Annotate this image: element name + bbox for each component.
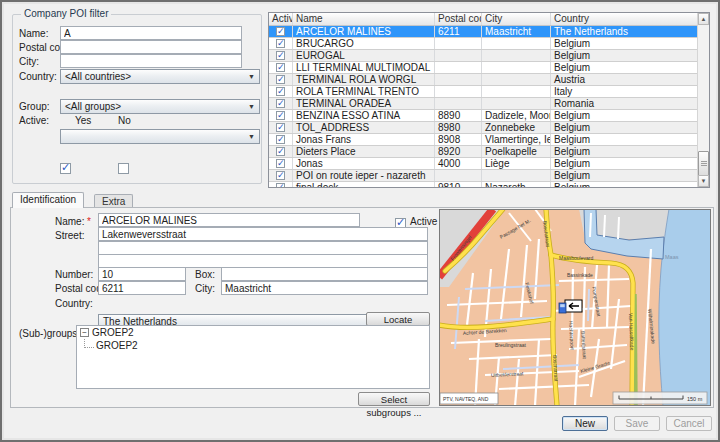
column-header-active[interactable]: Active — [269, 13, 293, 25]
table-row[interactable]: ✓ ARCELOR MALINES 6211 Maastricht The Ne… — [269, 26, 709, 38]
row-active-checkbox[interactable]: ✓ — [276, 135, 285, 144]
filter-active-yes-checkbox[interactable]: ✓ — [60, 163, 71, 174]
form-street-input-3[interactable] — [98, 254, 428, 268]
row-active-checkbox[interactable]: ✓ — [276, 171, 285, 180]
table-row[interactable]: ✓ Dieters Place 8920 Poelkapelle Belgium — [269, 146, 709, 158]
row-postal-cell: 8890 — [435, 110, 482, 121]
row-country-cell: Belgium — [551, 182, 699, 188]
row-city-cell: Vlamertinge, Ieper — [482, 134, 551, 145]
check-icon: ✓ — [277, 146, 285, 157]
filter-city-input[interactable] — [60, 54, 242, 68]
form-box-label: Box: — [195, 269, 215, 280]
map[interactable]: Frontensingel Passage het M. Boschstraat… — [439, 209, 711, 406]
row-postal-cell: 6211 — [435, 26, 482, 37]
row-active-cell: ✓ — [269, 146, 293, 157]
row-active-checkbox[interactable]: ✓ — [276, 51, 285, 60]
table-body: ✓ ARCELOR MALINES 6211 Maastricht The Ne… — [269, 26, 709, 188]
row-active-checkbox[interactable]: ✓ — [276, 27, 285, 36]
tab-extra[interactable]: Extra — [94, 194, 133, 207]
row-postal-cell: 8980 — [435, 122, 482, 133]
row-postal-cell: 4000 — [435, 158, 482, 169]
tree-node-root[interactable]: −GROEP2 — [77, 326, 429, 339]
row-active-checkbox[interactable]: ✓ — [276, 183, 285, 188]
row-city-cell — [482, 62, 551, 73]
row-name-cell: ARCELOR MALINES — [293, 26, 435, 37]
form-box-input[interactable] — [221, 267, 428, 281]
row-active-cell: ✓ — [269, 170, 293, 181]
table-scrollbar[interactable]: ▲ ▼ — [697, 13, 709, 187]
form-number-input[interactable] — [98, 267, 186, 281]
form-name-input[interactable] — [98, 213, 360, 227]
filter-country-select[interactable]: <All countries> ▼ — [60, 69, 260, 84]
row-active-cell: ✓ — [269, 98, 293, 109]
row-active-checkbox[interactable]: ✓ — [276, 147, 285, 156]
row-active-checkbox[interactable]: ✓ — [276, 123, 285, 132]
form-name-label: Name: — [55, 216, 84, 227]
form-street-input-1[interactable] — [98, 227, 428, 241]
filter-groups-select[interactable]: <All groups> ▼ — [60, 99, 260, 114]
tree-node-child[interactable]: GROEP2 — [77, 339, 429, 352]
table-row[interactable]: ✓ TERMINAL ROLA WORGL Austria — [269, 74, 709, 86]
filter-country-value: <All countries> — [65, 71, 131, 82]
map-attribution: PTV, NAVTEQ, AND — [440, 393, 498, 404]
locate-address-button[interactable]: Locate address ... — [366, 312, 430, 326]
row-active-checkbox[interactable]: ✓ — [276, 99, 285, 108]
table-row[interactable]: ✓ BRUCARGO Belgium — [269, 38, 709, 50]
table-row[interactable]: ✓ Jonas Frans 8908 Vlamertinge, Ieper Be… — [269, 134, 709, 146]
scroll-down-icon[interactable]: ▼ — [698, 175, 709, 187]
table-row[interactable]: ✓ final dock 9810 Nazareth Belgium — [269, 182, 709, 188]
new-button[interactable]: New — [562, 416, 608, 431]
filter-groups-value: <All groups> — [65, 101, 121, 112]
row-active-checkbox[interactable]: ✓ — [276, 75, 285, 84]
select-subgroups-button[interactable]: Select subgroups ... — [358, 392, 430, 406]
row-postal-cell: 8920 — [435, 146, 482, 157]
filter-postal-input[interactable] — [60, 40, 242, 54]
row-city-cell — [482, 50, 551, 61]
row-country-cell: Italy — [551, 86, 699, 97]
table-row[interactable]: ✓ Jonas 4000 Liège Belgium — [269, 158, 709, 170]
column-header-name[interactable]: Name — [293, 13, 435, 25]
row-active-checkbox[interactable]: ✓ — [276, 159, 285, 168]
form-city-input[interactable] — [221, 281, 428, 295]
row-active-checkbox[interactable]: ✓ — [276, 111, 285, 120]
row-active-checkbox[interactable]: ✓ — [276, 39, 285, 48]
table-row[interactable]: ✓ EUROGAL Belgium — [269, 50, 709, 62]
row-country-cell: Austria — [551, 74, 699, 85]
column-header-postal[interactable]: Postal code — [435, 13, 482, 25]
table-row[interactable]: ✓ POI on route ieper - nazareth Belgium — [269, 170, 709, 182]
row-active-checkbox[interactable]: ✓ — [276, 87, 285, 96]
table-row[interactable]: ✓ TOL_ADDRESS 8980 Zonnebeke Belgium — [269, 122, 709, 134]
row-postal-cell — [435, 62, 482, 73]
scrollbar-thumb[interactable] — [698, 151, 709, 177]
table-row[interactable]: ✓ TERMINAL ORADEA Romania — [269, 98, 709, 110]
row-city-cell: Dadizele, Moorslede — [482, 110, 551, 121]
row-name-cell: TOL_ADDRESS — [293, 122, 435, 133]
table-row[interactable]: ✓ BENZINA ESSO ATINA 8890 Dadizele, Moor… — [269, 110, 709, 122]
row-active-cell: ✓ — [269, 50, 293, 61]
table-row[interactable]: ✓ LLI TERMINAL MULTIMODAL Belgium — [269, 62, 709, 74]
row-active-cell: ✓ — [269, 182, 293, 188]
save-button[interactable]: Save — [614, 416, 660, 431]
filter-active-no-checkbox[interactable] — [118, 163, 129, 174]
tab-identification[interactable]: Identification — [12, 192, 84, 208]
form-postal-input[interactable] — [98, 281, 186, 295]
column-header-country[interactable]: Country — [551, 13, 699, 25]
form-street-input-2[interactable] — [98, 241, 428, 255]
column-header-city[interactable]: City — [482, 13, 551, 25]
cancel-button[interactable]: Cancel — [666, 416, 712, 431]
row-active-checkbox[interactable]: ✓ — [276, 63, 285, 72]
row-city-cell: Maastricht — [482, 26, 551, 37]
svg-text:PTV, NAVTEQ, AND: PTV, NAVTEQ, AND — [443, 396, 489, 402]
check-icon: ✓ — [61, 161, 70, 174]
row-name-cell: LLI TERMINAL MULTIMODAL — [293, 62, 435, 73]
tree-collapse-icon[interactable]: − — [80, 328, 89, 337]
row-country-cell: Belgium — [551, 134, 699, 145]
filter-active-label: Active: — [19, 115, 49, 126]
table-row[interactable]: ✓ ROLA TERMINAL TRENTO Italy — [269, 86, 709, 98]
subgroups-tree[interactable]: −GROEP2 GROEP2 — [76, 325, 430, 389]
filter-group-select[interactable]: ▼ — [60, 129, 260, 144]
scroll-up-icon[interactable]: ▲ — [698, 13, 709, 25]
required-asterisk: * — [87, 216, 91, 227]
filter-name-input[interactable] — [60, 26, 242, 40]
row-city-cell — [482, 38, 551, 49]
